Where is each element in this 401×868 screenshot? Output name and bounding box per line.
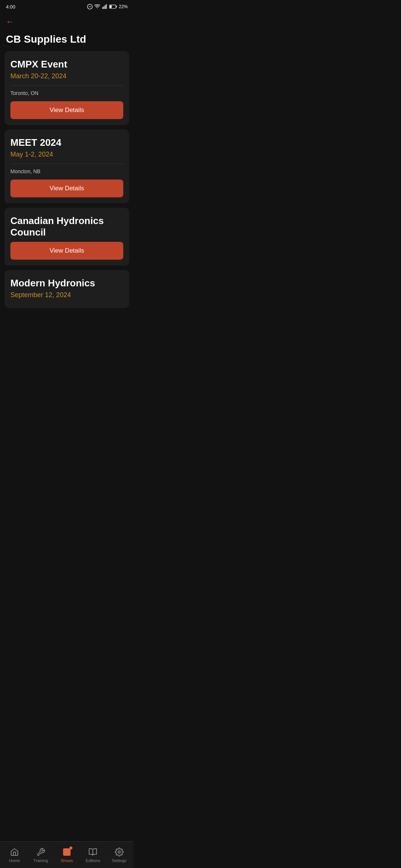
svg-rect-7 (110, 5, 112, 8)
event-name-meet2024: MEET 2024 (10, 137, 123, 148)
signal-icon (102, 4, 108, 10)
event-card-modernhydronics: Modern Hydronics September 12, 2024 (4, 270, 129, 308)
svg-rect-2 (102, 7, 103, 9)
wifi-icon (94, 4, 100, 10)
svg-rect-3 (104, 6, 104, 9)
status-time: 4:00 (6, 4, 15, 10)
event-location-cmpx: Toronto, ON (10, 90, 123, 96)
view-details-btn-meet2024[interactable]: View Details (10, 180, 123, 197)
battery-percent: 22% (119, 4, 128, 9)
battery-icon (109, 4, 117, 10)
event-name-chc: Canadian Hydronics Council (10, 215, 123, 238)
status-icons: 22% (87, 4, 128, 10)
event-divider-meet2024 (10, 164, 123, 164)
page-title: CB Supplies Ltd (0, 30, 134, 51)
event-date-meet2024: May 1-2, 2024 (10, 151, 123, 158)
event-divider-cmpx (10, 85, 123, 86)
event-name-modernhydronics: Modern Hydronics (10, 277, 123, 289)
svg-rect-4 (105, 5, 105, 9)
event-card-cmpx: CMPX Event March 20-22, 2024 Toronto, ON… (4, 51, 129, 125)
view-details-btn-chc[interactable]: View Details (10, 242, 123, 260)
status-bar: 4:00 22% (0, 0, 134, 13)
svg-rect-8 (116, 6, 117, 8)
svg-rect-5 (106, 4, 107, 9)
event-card-chc: Canadian Hydronics Council View Details (4, 208, 129, 266)
event-location-meet2024: Moncton, NB (10, 168, 123, 174)
back-button[interactable]: ← (0, 13, 20, 30)
back-arrow-icon: ← (6, 18, 14, 26)
content-area: CMPX Event March 20-22, 2024 Toronto, ON… (0, 51, 134, 338)
dnd-icon (87, 4, 93, 10)
event-date-cmpx: March 20-22, 2024 (10, 72, 123, 80)
event-card-meet2024: MEET 2024 May 1-2, 2024 Moncton, NB View… (4, 129, 129, 203)
view-details-btn-cmpx[interactable]: View Details (10, 101, 123, 119)
event-name-cmpx: CMPX Event (10, 59, 123, 70)
event-date-modernhydronics: September 12, 2024 (10, 291, 123, 299)
